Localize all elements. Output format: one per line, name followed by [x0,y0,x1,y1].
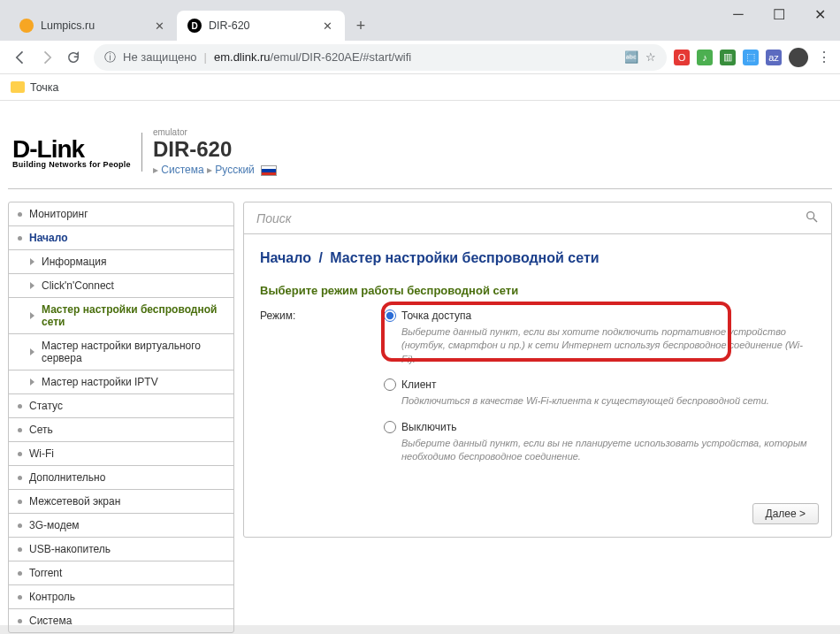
maximize-button[interactable]: ☐ [759,0,799,28]
sidebar-item-label: Статус [29,400,63,412]
sidebar-item-label: Мастер настройки беспроводной сети [42,303,225,328]
security-label: Не защищено [123,50,197,64]
svg-line-1 [813,218,817,222]
sidebar-item[interactable]: Информация [9,250,233,274]
sidebar-item[interactable]: Межсетевой экран [9,490,233,514]
header-links: ▸ Система ▸ Русский [153,164,277,176]
search-icon[interactable] [805,210,819,226]
link-system[interactable]: Система [161,164,203,176]
bookmarks-bar: Точка [0,74,840,101]
sidebar-item-label: Межсетевой экран [29,495,120,508]
model-block: emulator DIR-620 ▸ Система ▸ Русский [153,127,277,176]
sidebar-item[interactable]: Статус [9,394,233,418]
sidebar-item-label: 3G-модем [29,519,80,531]
option-label: Клиент [401,378,437,391]
main-content-box: Поиск Начало / Мастер настройки беспрово… [243,202,832,538]
tab-title: Lumpics.ru [41,19,145,32]
address-bar: ⓘ Не защищено | em.dlink.ru/emul/DIR-620… [0,41,840,74]
flag-russia-icon [261,165,277,176]
new-tab-button[interactable]: + [348,13,373,38]
sidebar-item-label: Дополнительно [29,471,105,484]
option-head[interactable]: Точка доступа [384,309,815,322]
sidebar-item[interactable]: Click'n'Connect [9,274,233,298]
reload-button[interactable] [60,44,87,71]
mode-radio[interactable] [384,309,396,322]
option-head[interactable]: Выключить [384,421,815,433]
translate-icon[interactable]: 🔤 [624,50,638,64]
sidebar-item[interactable]: Torrent [9,561,233,585]
option-description: Выберите данный пункт, если вы не планир… [401,437,815,464]
url-text: em.dlink.ru/emul/DIR-620AE/#start/wifi [214,50,617,64]
mode-option: КлиентПодключиться в качестве Wi-Fi-клие… [384,378,815,408]
bullet-icon [18,428,22,432]
sidebar-item[interactable]: Контроль [9,585,233,609]
browser-tab-lumpics[interactable]: Lumpics.ru ✕ [9,11,177,41]
close-icon[interactable]: ✕ [320,19,334,33]
option-head[interactable]: Клиент [384,378,815,391]
ext-icon[interactable]: ▥ [720,50,736,65]
profile-avatar[interactable] [789,48,808,67]
forward-button[interactable] [34,44,60,71]
sidebar-item[interactable]: Дополнительно [9,466,233,490]
bookmark-item[interactable]: Точка [11,81,59,94]
close-window-button[interactable]: ✕ [799,0,840,28]
sidebar-item-label: Информация [42,256,106,268]
close-icon[interactable]: ✕ [152,19,166,33]
bullet-icon [18,404,22,409]
mode-label: Режим: [260,309,384,476]
sidebar-item[interactable]: USB-накопитель [9,538,233,561]
sidebar-item-label: Начало [29,232,67,244]
sidebar-item-label: Мастер настройки виртуального сервера [42,340,225,364]
back-button[interactable] [7,44,34,71]
breadcrumb: Начало / Мастер настройки беспроводной с… [244,234,831,271]
sidebar-item[interactable]: Система [9,609,233,632]
router-header: D-Link Building Networks for People emul… [8,118,832,189]
sidebar-item[interactable]: Wi-Fi [9,442,233,466]
favicon-dlink: D [187,19,202,33]
logo-subtext: Building Networks for People [12,160,131,169]
sidebar-item[interactable]: Мастер настройки IPTV [9,370,233,394]
window-controls: ─ ☐ ✕ [718,0,840,28]
sidebar-item[interactable]: Сеть [9,418,233,442]
breadcrumb-root[interactable]: Начало [260,250,311,265]
info-icon: ⓘ [104,50,116,65]
browser-tab-dir620[interactable]: D DIR-620 ✕ [177,11,345,41]
sidebar-item[interactable]: Мониторинг [9,202,233,226]
mode-radio[interactable] [384,378,396,391]
kebab-menu-icon[interactable]: ⋮ [815,49,833,65]
extension-icons: O ♪ ▥ ⬚ az ⋮ [674,48,833,67]
ext-icon[interactable]: ⬚ [743,50,759,65]
ext-icon[interactable]: ♪ [697,50,713,65]
sidebar: МониторингНачалоИнформацияClick'n'Connec… [8,202,234,633]
next-button[interactable]: Далее > [752,503,820,524]
sidebar-item-label: Torrent [29,567,62,579]
sidebar-item-label: Wi-Fi [29,447,54,460]
svg-point-0 [807,212,814,219]
mode-option: ВыключитьВыберите данный пункт, если вы … [384,421,815,464]
option-description: Выберите данный пункт, если вы хотите по… [401,325,815,366]
section-title: Выберите режим работы беспроводной сети [244,271,831,306]
sidebar-item[interactable]: Мастер настройки беспроводной сети [9,298,233,334]
bullet-icon [18,500,22,504]
search-bar[interactable]: Поиск [244,202,831,234]
minimize-button[interactable]: ─ [718,0,759,28]
option-description: Подключиться в качестве Wi-Fi-клиента к … [401,394,815,408]
sidebar-item[interactable]: Начало [9,226,233,250]
dlink-logo: D-Link Building Networks for People [12,135,131,169]
ext-icon[interactable]: az [766,50,782,65]
ext-icon[interactable]: O [674,50,690,65]
mode-radio[interactable] [384,421,396,433]
sidebar-item[interactable]: Мастер настройки виртуального сервера [9,334,233,370]
tab-title: DIR-620 [209,19,313,32]
omnibox[interactable]: ⓘ Не защищено | em.dlink.ru/emul/DIR-620… [94,44,667,71]
mode-row: Режим: Точка доступаВыберите данный пунк… [244,306,831,479]
link-language[interactable]: Русский [215,164,255,176]
bullet-icon [18,236,22,241]
sidebar-item-label: Сеть [29,424,53,436]
vertical-separator [141,133,142,172]
bullet-icon [18,452,22,456]
bookmark-star-icon[interactable]: ☆ [645,50,656,64]
bullet-icon [18,595,22,600]
caret-icon [30,258,34,265]
sidebar-item[interactable]: 3G-модем [9,514,233,538]
